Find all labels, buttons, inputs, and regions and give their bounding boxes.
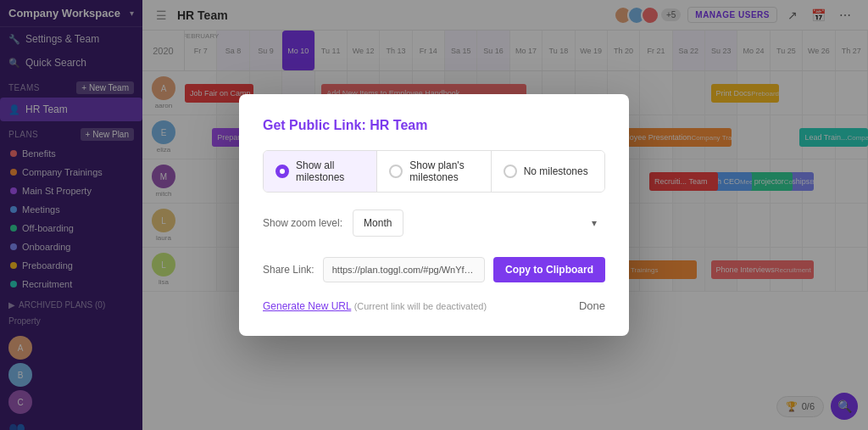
generate-new-url-link[interactable]: Generate New URL bbox=[263, 300, 351, 312]
zoom-row: Show zoom level: Month Week Day bbox=[263, 209, 605, 237]
app-container: Company Workspace ▾ 🔧 Settings & Team 🔍 … bbox=[0, 0, 868, 430]
zoom-select[interactable]: Month Week Day bbox=[353, 209, 403, 237]
modal: Get Public Link: HR Team Show all milest… bbox=[239, 94, 629, 336]
zoom-label: Show zoom level: bbox=[263, 217, 342, 229]
radio-all-milestones[interactable]: Show all milestones bbox=[264, 151, 377, 192]
share-label: Share Link: bbox=[263, 264, 314, 276]
radio-circle-all bbox=[275, 165, 289, 178]
radio-none-label: No milestones bbox=[524, 165, 588, 177]
modal-title: Get Public Link: HR Team bbox=[263, 118, 605, 133]
radio-plan-milestones[interactable]: Show plan's milestones bbox=[377, 151, 491, 192]
radio-circle-none bbox=[504, 165, 517, 178]
copy-to-clipboard-button[interactable]: Copy to Clipboard bbox=[493, 257, 605, 282]
radio-no-milestones[interactable]: No milestones bbox=[492, 151, 604, 192]
modal-team-name: HR Team bbox=[370, 118, 427, 132]
share-link-display: https://plan.toggl.com/#pg/WnYffOBdLP02e… bbox=[323, 257, 485, 282]
radio-all-label: Show all milestones bbox=[296, 159, 364, 183]
modal-title-text: Get Public Link: bbox=[263, 118, 370, 132]
radio-circle-plan bbox=[389, 165, 403, 178]
done-button[interactable]: Done bbox=[579, 299, 605, 312]
deactivate-note: (Current link will be deactivated) bbox=[354, 301, 487, 311]
zoom-select-wrapper: Month Week Day bbox=[353, 209, 605, 237]
radio-plan-label: Show plan's milestones bbox=[409, 159, 478, 183]
modal-footer-left: Generate New URL (Current link will be d… bbox=[263, 300, 487, 312]
share-row: Share Link: https://plan.toggl.com/#pg/W… bbox=[263, 257, 605, 282]
radio-group: Show all milestones Show plan's mileston… bbox=[263, 150, 605, 193]
modal-overlay[interactable]: Get Public Link: HR Team Show all milest… bbox=[0, 0, 868, 430]
modal-footer: Generate New URL (Current link will be d… bbox=[263, 299, 605, 312]
